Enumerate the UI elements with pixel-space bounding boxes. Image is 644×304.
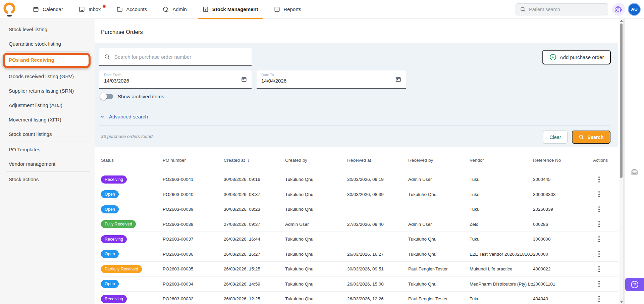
top-nav: Calendar Inbox Accounts Admin Stock Mana… (0, 0, 644, 19)
vendor-cell: Tuku (470, 177, 533, 182)
row-actions-menu-button[interactable] (593, 248, 603, 260)
column-header-label: Reference No (533, 158, 561, 163)
scroll-up-arrow-icon[interactable] (620, 20, 623, 22)
row-actions-menu-button[interactable] (593, 234, 603, 245)
app-logo-icon[interactable] (3, 2, 16, 17)
row-actions-menu-button[interactable] (593, 278, 603, 290)
patient-search-input[interactable] (529, 7, 599, 12)
received-at-cell: 27/03/2026, 09:40 (347, 222, 408, 227)
stock-box-plus-icon (202, 6, 209, 13)
received-by-cell: Tukuluho Qhu (408, 237, 470, 242)
kebab-icon-dot (598, 223, 600, 225)
column-header-status[interactable]: Status (101, 158, 163, 172)
received-at-cell: 26/03/2026, 15:00 (347, 282, 408, 287)
date-from-field[interactable]: Date From 14/03/2026 (99, 70, 252, 89)
po-search-input[interactable] (114, 54, 242, 60)
user-avatar[interactable]: AU (628, 3, 641, 16)
column-header-received-by[interactable]: Received by (408, 158, 470, 172)
column-header-created-at[interactable]: Created at↓ (224, 158, 285, 172)
table-row: ReceivingPO2603-0003726/03/2026, 16:44Tu… (101, 232, 618, 247)
column-header-label: Received at (347, 158, 371, 163)
column-header-label: Created at (224, 158, 245, 163)
column-header-label: PO number (163, 158, 186, 163)
show-archived-toggle-row: Show archived items (101, 94, 164, 99)
column-header-vendor[interactable]: Vendor (470, 158, 533, 172)
nav-item-admin[interactable]: Admin (155, 0, 195, 19)
sidebar-item-stock-count-listings[interactable]: Stock count listings (0, 127, 95, 141)
puzzle-plus-icon (615, 6, 622, 13)
bar-chart-icon (274, 6, 280, 13)
table-body: ReceivingPO2603-0004130/03/2026, 09:16Tu… (101, 172, 618, 304)
reference-no-cell: 300003303 (533, 192, 593, 197)
nav-item-stock-management[interactable]: Stock Management (195, 0, 266, 19)
vendor-cell: E2E Test Vendor 202602181016 (470, 252, 533, 257)
kebab-icon-dot (598, 301, 600, 302)
row-actions-menu-button[interactable] (593, 204, 603, 215)
sidebar-item-supplier-returns-listing-srn-[interactable]: Supplier returns listing (SRN) (0, 84, 95, 98)
scrollbar-thumb[interactable] (620, 23, 623, 178)
row-actions-menu-button[interactable] (593, 293, 603, 304)
kebab-icon-dot (598, 181, 600, 183)
sidebar-item-vendor-management[interactable]: Vendor management (0, 157, 95, 171)
column-header-received-at[interactable]: Received at (347, 158, 408, 172)
extensions-button[interactable] (612, 3, 625, 16)
table-row: Fully ReceivedPO2603-0003827/03/2026, 09… (101, 217, 618, 232)
column-header-label: Actions (593, 158, 608, 163)
sidebar-item-stock-actions[interactable]: Stock actions (0, 172, 95, 187)
reference-no-cell: 4000022 (533, 266, 593, 271)
sidebar-item-pos-and-receiving[interactable]: POs and Receiving (3, 53, 91, 68)
column-header-label: Received by (408, 158, 433, 163)
results-count: 33 purchase orders found (101, 134, 153, 139)
clear-button[interactable]: Clear (543, 131, 568, 144)
sidebar-item-stock-level-listing[interactable]: Stock level listing (0, 22, 95, 37)
row-actions-menu-button[interactable] (593, 218, 603, 230)
printer-icon[interactable] (630, 168, 639, 176)
advanced-search-toggle[interactable]: Advanced search (100, 114, 148, 119)
status-badge: Open (101, 190, 119, 198)
row-actions-menu-button[interactable] (593, 263, 603, 275)
created-at-cell: 30/03/2026, 08:23 (224, 207, 285, 212)
created-at-cell: 27/03/2026, 09:37 (224, 222, 285, 227)
column-header-created-by[interactable]: Created by (285, 158, 347, 172)
calendar-icon[interactable] (395, 76, 401, 83)
po-number-cell: PO2603-00039 (163, 207, 224, 212)
status-badge: Open (101, 280, 119, 288)
received-by-cell: Tukuluho Qhu (408, 192, 470, 197)
status-badge: Open (101, 250, 119, 258)
po-search-box[interactable] (99, 48, 252, 66)
sidebar-item-po-templates[interactable]: PO Templates (0, 142, 95, 157)
column-header-label: Vendor (470, 158, 484, 163)
status-badge: Open (101, 205, 119, 213)
column-header-po-number[interactable]: PO number (163, 158, 224, 172)
received-at-cell: 30/03/2026, 09:19 (347, 177, 408, 182)
nav-item-inbox[interactable]: Inbox (71, 0, 109, 19)
help-button[interactable]: ? (625, 278, 644, 291)
reference-no-cell: 20260339 (533, 207, 593, 212)
show-archived-toggle[interactable] (101, 94, 113, 99)
search-button[interactable]: Search (572, 131, 610, 144)
reference-no-cell: 200000 (533, 252, 593, 257)
nav-item-calendar[interactable]: Calendar (25, 0, 71, 19)
sidebar-item-goods-received-listing-grv-[interactable]: Goods received listing (GRV) (0, 69, 95, 84)
sidebar-item-quarantine-stock-listing[interactable]: Quarantine stock listing (0, 37, 95, 51)
calendar-icon[interactable] (241, 76, 247, 83)
filter-panel: Date From 14/03/2026 Date To 14/04/2026 … (95, 43, 618, 147)
row-actions-menu-button[interactable] (593, 189, 603, 200)
sidebar-item-movement-listing-xfr-[interactable]: Movement listing (XFR) (0, 112, 95, 127)
sidebar-item-adjustment-listing-adj-[interactable]: Adjustment listing (ADJ) (0, 98, 95, 112)
column-header-reference-no[interactable]: Reference No (533, 158, 593, 172)
nav-item-reports[interactable]: Reports (266, 0, 309, 19)
add-purchase-order-button[interactable]: Add purchase order (542, 50, 611, 64)
created-by-cell: Tukuluho Qhu (285, 282, 347, 287)
scroll-down-arrow-icon[interactable] (620, 301, 623, 303)
vertical-scrollbar[interactable] (619, 19, 624, 304)
inbox-icon (78, 6, 85, 13)
patient-search-box[interactable] (516, 3, 608, 15)
received-at-cell: 26/03/2026, 16:27 (347, 252, 408, 257)
row-actions-menu-button[interactable] (593, 174, 603, 185)
column-header-actions: Actions (593, 158, 618, 172)
nav-item-accounts[interactable]: Accounts (109, 0, 155, 19)
vendor-cell: Tuku (470, 237, 533, 242)
search-icon (104, 54, 110, 60)
date-to-field[interactable]: Date To 14/04/2026 (257, 70, 406, 89)
